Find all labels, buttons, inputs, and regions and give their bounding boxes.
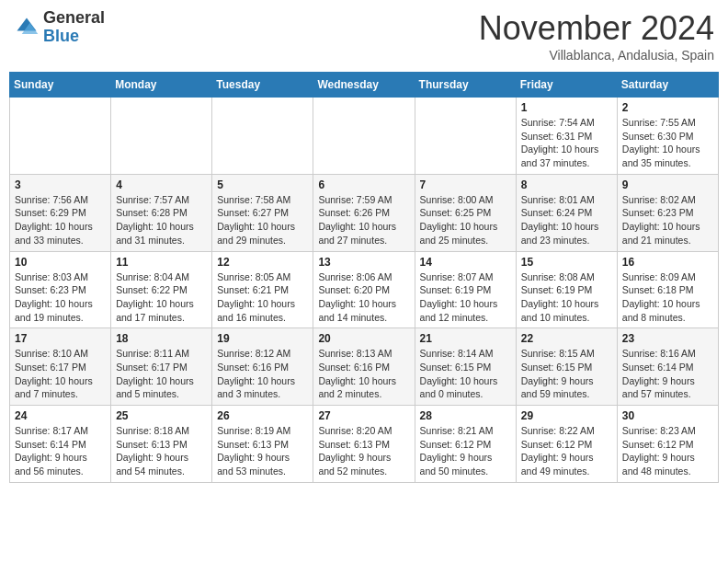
day-info: Sunrise: 8:04 AMSunset: 6:22 PMDaylight:…: [116, 270, 207, 325]
calendar-cell: [212, 98, 313, 175]
day-number: 3: [15, 178, 106, 191]
day-number: 16: [622, 256, 713, 269]
calendar-cell: 21Sunrise: 8:14 AMSunset: 6:15 PMDayligh…: [415, 328, 516, 406]
calendar-cell: 15Sunrise: 8:08 AMSunset: 6:19 PMDayligh…: [516, 251, 617, 328]
calendar-cell: 12Sunrise: 8:05 AMSunset: 6:21 PMDayligh…: [212, 251, 313, 328]
month-title: November 2024: [479, 9, 714, 48]
weekday-saturday: Saturday: [617, 73, 718, 98]
calendar-cell: 3Sunrise: 7:56 AMSunset: 6:29 PMDaylight…: [10, 174, 111, 251]
calendar-cell: 27Sunrise: 8:20 AMSunset: 6:13 PMDayligh…: [313, 406, 415, 483]
calendar-cell: 28Sunrise: 8:21 AMSunset: 6:12 PMDayligh…: [415, 406, 516, 483]
calendar-cell: 17Sunrise: 8:10 AMSunset: 6:17 PMDayligh…: [10, 328, 111, 406]
weekday-thursday: Thursday: [415, 73, 516, 98]
calendar-cell: [111, 98, 212, 175]
day-number: 2: [622, 101, 713, 114]
calendar-cell: 4Sunrise: 7:57 AMSunset: 6:28 PMDaylight…: [111, 174, 212, 251]
day-number: 22: [521, 332, 612, 345]
calendar-cell: 16Sunrise: 8:09 AMSunset: 6:18 PMDayligh…: [617, 251, 718, 328]
day-info: Sunrise: 8:01 AMSunset: 6:24 PMDaylight:…: [521, 193, 612, 247]
day-info: Sunrise: 7:58 AMSunset: 6:27 PMDaylight:…: [217, 193, 308, 247]
day-info: Sunrise: 7:57 AMSunset: 6:28 PMDaylight:…: [116, 193, 207, 247]
calendar-cell: 18Sunrise: 8:11 AMSunset: 6:17 PMDayligh…: [111, 328, 212, 406]
day-number: 9: [622, 178, 713, 191]
day-number: 6: [318, 178, 409, 191]
calendar-week-5: 24Sunrise: 8:17 AMSunset: 6:14 PMDayligh…: [10, 406, 719, 483]
day-number: 7: [420, 178, 511, 191]
logo-general: General: [43, 8, 105, 27]
day-number: 14: [420, 256, 511, 269]
day-info: Sunrise: 8:03 AMSunset: 6:23 PMDaylight:…: [15, 270, 106, 325]
day-info: Sunrise: 8:05 AMSunset: 6:21 PMDaylight:…: [217, 270, 308, 325]
calendar-table: SundayMondayTuesdayWednesdayThursdayFrid…: [9, 72, 719, 483]
day-info: Sunrise: 8:08 AMSunset: 6:19 PMDaylight:…: [521, 270, 612, 325]
day-info: Sunrise: 8:07 AMSunset: 6:19 PMDaylight:…: [420, 270, 511, 325]
day-info: Sunrise: 8:02 AMSunset: 6:23 PMDaylight:…: [622, 193, 713, 247]
logo: General Blue: [14, 9, 105, 46]
day-number: 28: [420, 409, 511, 422]
day-number: 25: [116, 409, 207, 422]
calendar-cell: 24Sunrise: 8:17 AMSunset: 6:14 PMDayligh…: [10, 406, 111, 483]
day-info: Sunrise: 8:06 AMSunset: 6:20 PMDaylight:…: [318, 270, 409, 325]
day-number: 21: [420, 332, 511, 345]
day-number: 5: [217, 178, 308, 191]
calendar-week-2: 3Sunrise: 7:56 AMSunset: 6:29 PMDaylight…: [10, 174, 719, 251]
day-info: Sunrise: 8:17 AMSunset: 6:14 PMDaylight:…: [15, 424, 106, 478]
calendar-cell: 19Sunrise: 8:12 AMSunset: 6:16 PMDayligh…: [212, 328, 313, 406]
day-info: Sunrise: 8:10 AMSunset: 6:17 PMDaylight:…: [15, 347, 106, 401]
calendar-cell: [415, 98, 516, 175]
day-info: Sunrise: 8:23 AMSunset: 6:12 PMDaylight:…: [622, 424, 713, 478]
calendar-cell: 9Sunrise: 8:02 AMSunset: 6:23 PMDaylight…: [617, 174, 718, 251]
calendar-week-3: 10Sunrise: 8:03 AMSunset: 6:23 PMDayligh…: [10, 251, 719, 328]
calendar-week-1: 1Sunrise: 7:54 AMSunset: 6:31 PMDaylight…: [10, 98, 719, 175]
calendar-cell: 1Sunrise: 7:54 AMSunset: 6:31 PMDaylight…: [516, 98, 617, 175]
day-info: Sunrise: 8:18 AMSunset: 6:13 PMDaylight:…: [116, 424, 207, 478]
day-info: Sunrise: 8:00 AMSunset: 6:25 PMDaylight:…: [420, 193, 511, 247]
weekday-friday: Friday: [516, 73, 617, 98]
day-number: 29: [521, 409, 612, 422]
title-block: November 2024 Villablanca, Andalusia, Sp…: [479, 9, 714, 63]
day-number: 12: [217, 256, 308, 269]
logo-blue: Blue: [43, 27, 79, 45]
calendar-cell: 8Sunrise: 8:01 AMSunset: 6:24 PMDaylight…: [516, 174, 617, 251]
calendar-cell: 30Sunrise: 8:23 AMSunset: 6:12 PMDayligh…: [617, 406, 718, 483]
location-subtitle: Villablanca, Andalusia, Spain: [479, 48, 714, 63]
day-number: 10: [15, 256, 106, 269]
day-info: Sunrise: 8:14 AMSunset: 6:15 PMDaylight:…: [420, 347, 511, 401]
day-info: Sunrise: 8:21 AMSunset: 6:12 PMDaylight:…: [420, 424, 511, 478]
day-number: 4: [116, 178, 207, 191]
calendar-cell: 10Sunrise: 8:03 AMSunset: 6:23 PMDayligh…: [10, 251, 111, 328]
day-number: 1: [521, 101, 612, 114]
day-number: 17: [15, 332, 106, 345]
day-info: Sunrise: 8:09 AMSunset: 6:18 PMDaylight:…: [622, 270, 713, 325]
day-number: 8: [521, 178, 612, 191]
day-info: Sunrise: 8:12 AMSunset: 6:16 PMDaylight:…: [217, 347, 308, 401]
calendar-cell: [10, 98, 111, 175]
calendar-body: 1Sunrise: 7:54 AMSunset: 6:31 PMDaylight…: [10, 98, 719, 483]
day-info: Sunrise: 8:19 AMSunset: 6:13 PMDaylight:…: [217, 424, 308, 478]
day-info: Sunrise: 7:56 AMSunset: 6:29 PMDaylight:…: [15, 193, 106, 247]
calendar-cell: 29Sunrise: 8:22 AMSunset: 6:12 PMDayligh…: [516, 406, 617, 483]
calendar-cell: 14Sunrise: 8:07 AMSunset: 6:19 PMDayligh…: [415, 251, 516, 328]
day-info: Sunrise: 8:22 AMSunset: 6:12 PMDaylight:…: [521, 424, 612, 478]
weekday-wednesday: Wednesday: [313, 73, 415, 98]
day-number: 24: [15, 409, 106, 422]
day-number: 20: [318, 332, 409, 345]
weekday-monday: Monday: [111, 73, 212, 98]
logo-text: General Blue: [43, 9, 105, 46]
day-info: Sunrise: 8:15 AMSunset: 6:15 PMDaylight:…: [521, 347, 612, 401]
page-header: General Blue November 2024 Villablanca, …: [9, 9, 719, 63]
day-number: 11: [116, 256, 207, 269]
calendar-week-4: 17Sunrise: 8:10 AMSunset: 6:17 PMDayligh…: [10, 328, 719, 406]
calendar-cell: 6Sunrise: 7:59 AMSunset: 6:26 PMDaylight…: [313, 174, 415, 251]
calendar-cell: 2Sunrise: 7:55 AMSunset: 6:30 PMDaylight…: [617, 98, 718, 175]
calendar-cell: 11Sunrise: 8:04 AMSunset: 6:22 PMDayligh…: [111, 251, 212, 328]
day-number: 19: [217, 332, 308, 345]
calendar-cell: [313, 98, 415, 175]
day-info: Sunrise: 8:20 AMSunset: 6:13 PMDaylight:…: [318, 424, 409, 478]
day-number: 15: [521, 256, 612, 269]
day-number: 27: [318, 409, 409, 422]
day-number: 26: [217, 409, 308, 422]
day-info: Sunrise: 7:59 AMSunset: 6:26 PMDaylight:…: [318, 193, 409, 247]
day-info: Sunrise: 7:55 AMSunset: 6:30 PMDaylight:…: [622, 116, 713, 170]
day-info: Sunrise: 7:54 AMSunset: 6:31 PMDaylight:…: [521, 116, 612, 170]
